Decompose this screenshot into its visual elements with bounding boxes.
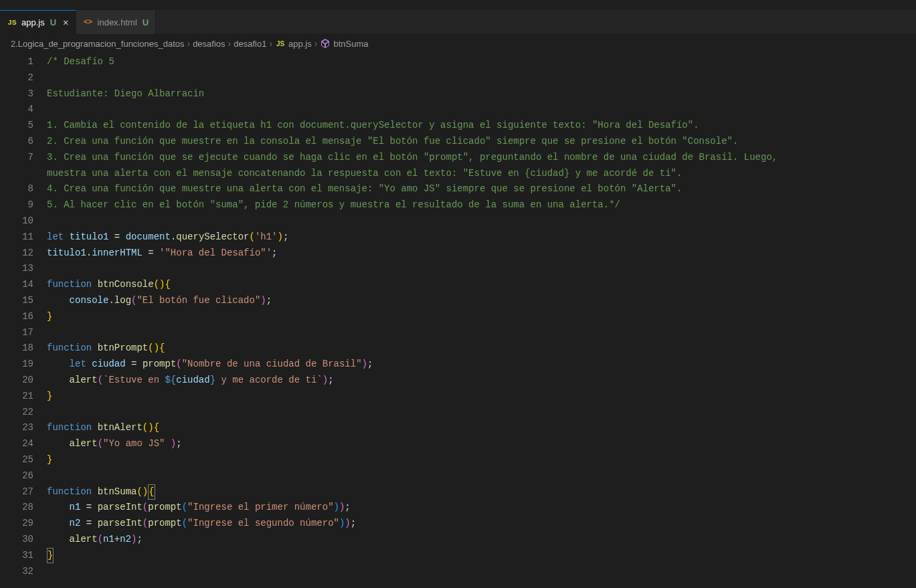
line-number: 2 — [0, 70, 33, 86]
line-number: 14 — [0, 277, 33, 293]
html-file-icon: <> — [83, 17, 94, 27]
line-number: 4 — [0, 102, 33, 118]
line-number: 1 — [0, 54, 33, 70]
code-line[interactable] — [47, 213, 916, 229]
chevron-right-icon: › — [269, 38, 272, 49]
line-number: 18 — [0, 340, 33, 357]
line-number: 27 — [0, 484, 33, 500]
line-number: 9 — [0, 197, 33, 213]
line-number: 29 — [0, 516, 33, 532]
code-line[interactable] — [47, 405, 916, 421]
code-line[interactable]: Estudiante: Diego Albarracin — [47, 86, 916, 102]
code-line[interactable]: 4. Crea una función que muestre una aler… — [47, 181, 916, 197]
line-number: 6 — [0, 134, 33, 150]
code-line[interactable]: 5. Al hacer clic en el botón "suma", pid… — [47, 197, 916, 213]
method-icon — [320, 38, 331, 49]
tab-app-js[interactable]: JS app.js U ✕ — [0, 10, 76, 34]
code-line[interactable] — [47, 564, 916, 580]
code-line[interactable]: alert(`Estuve en ${ciudad} y me acorde d… — [47, 373, 916, 389]
code-line[interactable]: let titulo1 = document.querySelector('h1… — [47, 229, 916, 246]
code-line[interactable]: function btnSuma(){ — [47, 484, 916, 500]
line-number: 26 — [0, 468, 33, 484]
tabs-container: JS app.js U ✕ <> index.html U — [0, 10, 916, 34]
code-line[interactable]: function btnConsole(){ — [47, 277, 916, 293]
line-number: 15 — [0, 293, 33, 309]
js-file-icon: JS — [7, 17, 17, 28]
line-number: 31 — [0, 548, 33, 564]
line-number: 30 — [0, 532, 33, 548]
code-line[interactable]: } — [47, 452, 916, 468]
code-line[interactable]: alert(n1+n2); — [47, 532, 916, 548]
line-number: 12 — [0, 246, 33, 262]
code-line[interactable]: } — [47, 389, 916, 405]
code-line[interactable] — [47, 70, 916, 86]
breadcrumb-symbol[interactable]: btnSuma — [320, 38, 368, 49]
line-number: 28 — [0, 500, 33, 516]
line-number: 5 — [0, 118, 33, 134]
code-line[interactable]: alert("Yo amo JS" ); — [47, 436, 916, 452]
line-number: 32 — [0, 564, 33, 580]
tab-label: app.js — [21, 17, 45, 27]
line-number: 17 — [0, 325, 33, 341]
line-number: 19 — [0, 357, 33, 373]
code-line[interactable]: n2 = parseInt(prompt("Ingrese el segundo… — [47, 516, 916, 532]
line-number: 16 — [0, 309, 33, 325]
code-line[interactable]: console.log("El botón fue clicado"); — [47, 293, 916, 309]
js-file-icon: JS — [275, 38, 286, 49]
code-line[interactable]: muestra una alerta con el mensaje concat… — [47, 166, 916, 182]
line-number: 23 — [0, 420, 33, 436]
code-line[interactable]: } — [47, 309, 916, 325]
code-line[interactable] — [47, 261, 916, 277]
breadcrumb-file-label: app.js — [288, 39, 312, 49]
editor[interactable]: 1234567891011121314151617181920212223242… — [0, 53, 916, 588]
line-numbers-gutter: 1234567891011121314151617181920212223242… — [0, 53, 47, 588]
titlebar — [0, 0, 916, 10]
tab-modified-indicator: U — [143, 17, 149, 27]
code-area[interactable]: /* Desafío 5Estudiante: Diego Albarracin… — [47, 53, 916, 588]
close-icon[interactable]: ✕ — [63, 17, 68, 28]
breadcrumb-file[interactable]: JS app.js — [275, 38, 312, 49]
chevron-right-icon: › — [187, 38, 190, 49]
code-line[interactable]: 3. Crea una función que se ejecute cuand… — [47, 150, 916, 166]
chevron-right-icon: › — [314, 38, 318, 49]
code-line[interactable] — [47, 325, 916, 341]
line-number: 13 — [0, 261, 33, 277]
tab-index-html[interactable]: <> index.html U — [76, 10, 157, 34]
line-number: 22 — [0, 405, 33, 421]
line-number: 11 — [0, 229, 33, 246]
breadcrumb-folder[interactable]: 2.Logica_de_programacion_funciones_datos — [11, 39, 184, 49]
code-line[interactable]: /* Desafío 5 — [47, 54, 916, 70]
line-number: 25 — [0, 452, 33, 468]
line-number: 3 — [0, 86, 33, 102]
line-number: 7 — [0, 150, 33, 166]
code-line[interactable]: function btnAlert(){ — [47, 420, 916, 436]
code-line[interactable]: n1 = parseInt(prompt("Ingrese el primer … — [47, 500, 916, 516]
code-line[interactable]: } — [47, 548, 916, 564]
code-line[interactable] — [47, 102, 916, 118]
breadcrumb: 2.Logica_de_programacion_funciones_datos… — [0, 34, 916, 53]
tab-label: index.html — [98, 17, 137, 27]
line-number: 8 — [0, 181, 33, 197]
code-line[interactable]: 1. Cambia el contenido de la etiqueta h1… — [47, 118, 916, 134]
line-number: 21 — [0, 389, 33, 405]
breadcrumb-symbol-label: btnSuma — [333, 39, 368, 49]
code-line[interactable]: let ciudad = prompt("Nombre de una ciuda… — [47, 357, 916, 373]
code-line[interactable]: 2. Crea una función que muestre en la co… — [47, 134, 916, 150]
breadcrumb-folder[interactable]: desafio1 — [234, 39, 266, 49]
breadcrumb-folder[interactable]: desafios — [193, 39, 225, 49]
chevron-right-icon: › — [228, 38, 232, 49]
code-line[interactable]: titulo1.innerHTML = '"Hora del Desafío"'… — [47, 246, 916, 262]
line-number — [0, 166, 33, 182]
code-line[interactable]: function btnPrompt(){ — [47, 340, 916, 357]
line-number: 20 — [0, 373, 33, 389]
code-line[interactable] — [47, 468, 916, 484]
tab-modified-indicator: U — [50, 17, 56, 27]
line-number: 10 — [0, 213, 33, 229]
line-number: 24 — [0, 436, 33, 452]
